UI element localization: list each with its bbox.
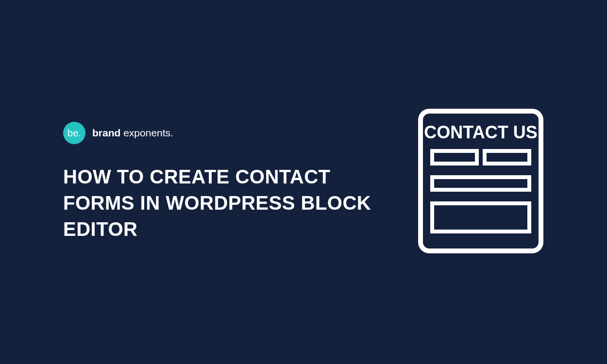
hero-content: be. brand exponents. HOW TO CREATE CONTA… [63, 108, 544, 256]
svg-rect-4 [432, 203, 529, 232]
illustration-column: CONTACT US [418, 108, 544, 256]
logo-badge-icon: be. [63, 122, 85, 144]
svg-rect-2 [485, 151, 529, 164]
contact-form-icon: CONTACT US [418, 108, 544, 254]
logo-light: exponents. [120, 127, 173, 138]
logo-bold: brand [92, 127, 120, 138]
logo-wordmark: brand exponents. [92, 127, 173, 139]
logo-badge-text: be. [67, 128, 81, 139]
illustration-title: CONTACT US [424, 122, 537, 142]
page-title: HOW TO CREATE CONTACT FORMS IN WORDPRESS… [63, 164, 379, 242]
brand-logo: be. brand exponents. [63, 122, 379, 144]
svg-rect-3 [432, 177, 529, 190]
svg-rect-1 [432, 151, 477, 164]
text-column: be. brand exponents. HOW TO CREATE CONTA… [63, 122, 379, 242]
